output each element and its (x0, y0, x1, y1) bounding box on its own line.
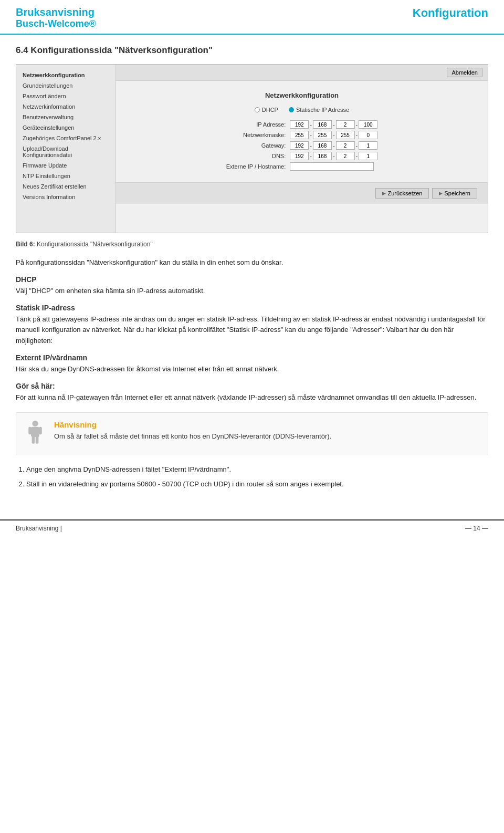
hostname-field[interactable] (290, 162, 374, 171)
hint-content: Hänvisning Om så är fallet så måste det … (54, 420, 331, 442)
dns-value: - - - (288, 151, 380, 161)
externe-ip-row: Externe IP / Hostname: (224, 161, 380, 172)
caption: Bild 6: Konfigurationssida "Nätverksonfi… (16, 241, 488, 248)
dhcp-radio-circle (255, 107, 260, 112)
abmelden-button[interactable]: Abmelden (447, 68, 482, 77)
ip-adresse-group: - - - (290, 120, 377, 129)
network-form-area: Netzwerkkonfiguration DHCP Statische IP … (116, 81, 488, 182)
static-radio-circle (289, 107, 294, 112)
gor-sa-har-text: För att kunna nå IP-gatewayen från Inter… (16, 392, 488, 403)
arrow-icon-2: ▶ (439, 191, 443, 196)
static-ip-heading: Statisk IP-adress (16, 304, 488, 312)
sidebar-item-11[interactable]: Versions Information (16, 192, 116, 202)
dhcp-radio[interactable]: DHCP (255, 107, 278, 113)
sidebar-item-10[interactable]: Neues Zertifikat erstellen (16, 181, 116, 192)
static-ip-text: Tänk på att gatewayens IP-adress inte än… (16, 314, 488, 346)
svg-rect-3 (39, 427, 42, 434)
ip-form-table: IP Adresse: - - - (224, 119, 380, 172)
externe-ip-value (288, 161, 380, 172)
dns-field-3[interactable] (336, 152, 355, 160)
sidebar-item-3[interactable]: Netzwerkinformation (16, 101, 116, 112)
footer-left: Bruksanvisning | (16, 525, 62, 532)
sidebar-item-9[interactable]: NTP Einstellungen (16, 171, 116, 181)
netzwerkmaske-field-2[interactable] (313, 131, 332, 139)
dhcp-heading: DHCP (16, 275, 488, 284)
svg-rect-1 (31, 427, 39, 437)
dhcp-label: DHCP (262, 107, 278, 113)
gor-sa-har-section: Gör så här: För att kunna nå IP-gatewaye… (16, 382, 488, 403)
netzwerkmaske-value: - - - (288, 130, 380, 140)
arrow-icon: ▶ (382, 191, 386, 196)
intro-section: På konfigurationssidan "Nätverkskonfigur… (16, 257, 488, 268)
ip-adresse-field-3[interactable] (336, 120, 355, 129)
ip-adresse-field-1[interactable] (290, 120, 309, 129)
step-1-text: Ange den angivna DynDNS-adressen i fälte… (26, 465, 231, 473)
gateway-row: Gateway: - - - (224, 140, 380, 151)
extern-ip-section: Externt IP/värdnamn Här ska du ange DynD… (16, 353, 488, 374)
zuruecksetzen-button[interactable]: ▶ Zurücksetzen (375, 188, 429, 199)
netzwerkmaske-field-4[interactable] (359, 131, 377, 139)
dns-group: - - - (290, 152, 377, 160)
screenshot-inner: NetzwerkkonfigurationGrundeinstellungenP… (16, 65, 488, 233)
intro-text: På konfigurationssidan "Nätverkskonfigur… (16, 257, 488, 268)
main-content: 6.4 Konfigurationssida "Nätverksonfigura… (0, 35, 504, 504)
ip-adresse-value: - - - (288, 119, 380, 130)
sidebar-panel: NetzwerkkonfigurationGrundeinstellungenP… (16, 65, 116, 233)
sidebar-item-4[interactable]: Benutzerverwaltung (16, 112, 116, 122)
sidebar-item-1[interactable]: Grundeinstellungen (16, 80, 116, 91)
hint-box: Hänvisning Om så är fallet så måste det … (16, 412, 488, 454)
page-header: Bruksanvisning Busch-Welcome® Konfigurat… (0, 0, 504, 35)
konfiguration-label: Konfiguration (413, 6, 488, 20)
hint-text: Om så är fallet så måste det finnas ett … (54, 431, 331, 442)
step-2: Ställ in en vidareledning av portarna 50… (26, 478, 488, 490)
static-label: Statische IP Adresse (296, 107, 349, 113)
sidebar-item-5[interactable]: Geräteeinstellungen (16, 122, 116, 133)
netzwerkmaske-field-1[interactable] (290, 131, 309, 139)
gateway-field-1[interactable] (290, 141, 309, 150)
caption-text: Konfigurationssida "Nätverksonfiguration… (37, 241, 153, 248)
hint-title: Hänvisning (54, 420, 331, 429)
gateway-field-4[interactable] (359, 141, 377, 150)
sidebar-item-6[interactable]: Zugehöriges ComfortPanel 2.x (16, 133, 116, 143)
gor-sa-har-heading: Gör så här: (16, 382, 488, 390)
static-ip-radio[interactable]: Statische IP Adresse (289, 107, 349, 113)
svg-point-0 (32, 421, 38, 426)
externe-ip-label: Externe IP / Hostname: (224, 161, 288, 172)
page-footer: Bruksanvisning | — 14 — (0, 519, 504, 536)
dns-row: DNS: - - - (224, 151, 380, 161)
dns-label: DNS: (224, 151, 288, 161)
svg-rect-5 (36, 436, 39, 443)
extern-ip-text: Här ska du ange DynDNS-adressen för åtko… (16, 364, 488, 374)
extern-ip-heading: Externt IP/värdnamn (16, 353, 488, 362)
section-heading: 6.4 Konfigurationssida "Nätverksonfigura… (16, 45, 488, 56)
sidebar-item-7[interactable]: Upload/Download Konfigurationsdatei (16, 143, 116, 160)
ip-adresse-row: IP Adresse: - - - (224, 119, 380, 130)
screenshot-box: NetzwerkkonfigurationGrundeinstellungenP… (16, 64, 488, 233)
zuruecksetzen-label: Zurücksetzen (387, 190, 422, 196)
footer-right: — 14 — (465, 525, 488, 532)
gateway-field-2[interactable] (313, 141, 332, 150)
step-1: Ange den angivna DynDNS-adressen i fälte… (26, 464, 488, 475)
netzwerkmaske-field-3[interactable] (336, 131, 355, 139)
ip-adresse-field-4[interactable] (359, 120, 377, 129)
dns-field-1[interactable] (290, 152, 309, 160)
person-icon (26, 420, 45, 445)
header-right: Konfiguration (413, 6, 488, 20)
dhcp-text: Välj "DHCP" om enheten ska hämta sin IP-… (16, 286, 488, 296)
sidebar-item-2[interactable]: Passwort ändern (16, 91, 116, 101)
sidebar-item-0[interactable]: Netzwerkkonfiguration (16, 70, 116, 80)
dns-field-4[interactable] (359, 152, 377, 160)
steps-list: Ange den angivna DynDNS-adressen i fälte… (26, 464, 488, 490)
speichern-button[interactable]: ▶ Speichern (432, 188, 477, 199)
bild-label: Bild 6: (16, 241, 35, 248)
netzwerkmaske-group: - - - (290, 131, 377, 139)
top-bar: Abmelden (116, 65, 488, 81)
ip-adresse-field-2[interactable] (313, 120, 332, 129)
gateway-field-3[interactable] (336, 141, 355, 150)
form-title: Netzwerkkonfiguration (132, 91, 472, 99)
button-row: ▶ Zurücksetzen ▶ Speichern (116, 182, 488, 204)
step-2-text: Ställ in en vidareledning av portarna 50… (26, 480, 344, 488)
sidebar-item-8[interactable]: Firmware Update (16, 160, 116, 171)
dns-field-2[interactable] (313, 152, 332, 160)
content-panel: Abmelden Netzwerkkonfiguration DHCP Stat… (116, 65, 488, 233)
